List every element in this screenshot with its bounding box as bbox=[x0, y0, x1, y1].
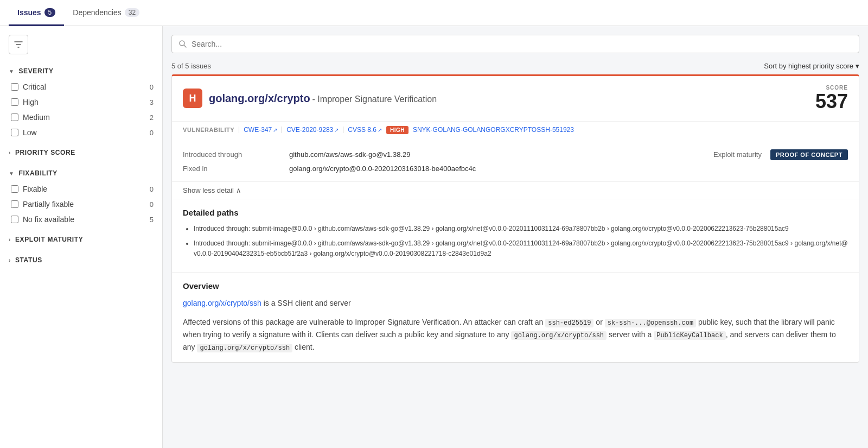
show-detail-button[interactable]: Show less detail ∧ bbox=[183, 186, 848, 194]
cvss-external-icon: ↗ bbox=[378, 127, 382, 133]
show-detail-label: Show less detail bbox=[183, 186, 234, 194]
severity-chevron-icon: ▼ bbox=[9, 68, 15, 74]
partially-fixable-checkbox[interactable] bbox=[11, 200, 18, 208]
issue-score-area: SCORE 537 bbox=[815, 85, 848, 112]
tab-issues[interactable]: Issues 5 bbox=[9, 1, 64, 26]
tag-divider-2 bbox=[282, 127, 282, 133]
exploit-chevron-icon: › bbox=[9, 237, 11, 243]
medium-count: 2 bbox=[143, 113, 154, 122]
issue-package-name: golang.org/x/crypto bbox=[209, 92, 310, 104]
snyk-id-link[interactable]: SNYK-GOLANG-GOLANGORGXCRYPTOSSH-551923 bbox=[413, 126, 574, 134]
fixability-chevron-icon: ▼ bbox=[9, 171, 15, 176]
search-bar bbox=[171, 35, 859, 53]
issues-count: 5 of 5 issues bbox=[171, 62, 211, 70]
sidebar-item-medium: Medium 2 bbox=[9, 110, 154, 125]
show-detail-chevron-icon: ∧ bbox=[236, 186, 241, 194]
path-list: Introduced through: submit-image@0.0.0 ›… bbox=[183, 224, 848, 260]
fixed-in-key: Fixed in bbox=[183, 165, 280, 173]
sidebar-section-severity: ▼ Severity Critical 0 High 3 Medium 2 Lo… bbox=[0, 63, 162, 140]
fixability-section-label: Fixability bbox=[19, 169, 58, 177]
tab-dependencies[interactable]: Dependencies 32 bbox=[64, 1, 148, 26]
critical-count: 0 bbox=[143, 83, 154, 91]
priority-section-label: Priority Score bbox=[15, 149, 75, 156]
exploit-section-header[interactable]: › Exploit Maturity bbox=[9, 231, 154, 248]
overview-title: Overview bbox=[183, 281, 848, 291]
tag-divider-3 bbox=[343, 127, 343, 133]
overview-description: Affected versions of this package are vu… bbox=[183, 316, 848, 354]
svg-line-1 bbox=[184, 45, 186, 47]
no-fix-count: 5 bbox=[143, 216, 154, 224]
priority-section-header[interactable]: › Priority Score bbox=[9, 144, 154, 161]
code-sk-ssh: sk-ssh-...@openssh.com bbox=[605, 319, 696, 327]
partially-fixable-label: Partially fixable bbox=[23, 200, 138, 209]
status-section-header[interactable]: › Status bbox=[9, 252, 154, 268]
main-layout: ▼ Severity Critical 0 High 3 Medium 2 Lo… bbox=[0, 26, 868, 448]
issue-title-area: H golang.org/x/crypto - Improper Signatu… bbox=[183, 89, 815, 108]
fixable-checkbox[interactable] bbox=[11, 185, 18, 193]
cvss-link[interactable]: CVSS 8.6 ↗ bbox=[348, 126, 382, 134]
search-input[interactable] bbox=[192, 40, 852, 48]
no-fix-label: No fix available bbox=[23, 215, 138, 224]
crypto-ssh-link[interactable]: golang.org/x/crypto/ssh bbox=[183, 299, 261, 307]
medium-label: Medium bbox=[23, 113, 138, 122]
overview-link-line: golang.org/x/crypto/ssh is a SSH client … bbox=[183, 297, 848, 309]
filter-icon-button[interactable] bbox=[9, 35, 28, 54]
search-icon bbox=[178, 40, 187, 48]
issues-header: 5 of 5 issues Sort by highest priority s… bbox=[171, 62, 859, 70]
fixable-count: 0 bbox=[143, 185, 154, 193]
filter-icon bbox=[14, 40, 23, 49]
no-fix-checkbox[interactable] bbox=[11, 216, 18, 223]
sidebar-section-exploit: › Exploit Maturity bbox=[0, 231, 162, 248]
low-count: 0 bbox=[143, 129, 154, 137]
overview-desc1: Affected versions of this package are vu… bbox=[183, 318, 545, 326]
severity-section-label: Severity bbox=[19, 67, 54, 75]
issue-card-header: H golang.org/x/crypto - Improper Signatu… bbox=[172, 76, 859, 122]
sidebar-section-fixability: ▼ Fixability Fixable 0 Partially fixable… bbox=[0, 165, 162, 227]
overview-link-desc: is a SSH client and server bbox=[261, 299, 351, 307]
fixability-section-header[interactable]: ▼ Fixability bbox=[9, 165, 154, 181]
poc-badge: PROOF OF CONCEPT bbox=[770, 149, 848, 160]
tab-dependencies-label: Dependencies bbox=[73, 8, 122, 17]
introduced-through-key: Introduced through bbox=[183, 150, 280, 159]
overview-desc6: client. bbox=[292, 343, 314, 351]
sidebar-section-status: › Status bbox=[0, 252, 162, 268]
exploit-section-label: Exploit Maturity bbox=[15, 236, 83, 243]
detailed-paths-section: Detailed paths Introduced through: submi… bbox=[172, 199, 859, 273]
sort-chevron-icon: ▾ bbox=[856, 62, 859, 70]
issue-title-group: golang.org/x/crypto - Improper Signature… bbox=[209, 92, 437, 105]
fixable-label: Fixable bbox=[23, 185, 138, 193]
status-chevron-icon: › bbox=[9, 257, 11, 263]
critical-checkbox[interactable] bbox=[11, 83, 18, 91]
status-section-label: Status bbox=[15, 256, 42, 264]
overview-section: Overview golang.org/x/crypto/ssh is a SS… bbox=[172, 273, 859, 362]
detail-grid: Introduced through github.com/aws/aws-sd… bbox=[183, 149, 848, 173]
cve-link[interactable]: CVE-2020-9283 ↗ bbox=[286, 126, 339, 134]
score-value: 537 bbox=[815, 91, 848, 112]
sidebar-section-priority: › Priority Score bbox=[0, 144, 162, 161]
medium-checkbox[interactable] bbox=[11, 113, 18, 121]
high-label: High bbox=[23, 98, 138, 106]
severity-section-header[interactable]: ▼ Severity bbox=[9, 63, 154, 79]
vulnerability-tag-label: VULNERABILITY bbox=[183, 127, 234, 133]
issue-tags-row: VULNERABILITY CWE-347 ↗ CVE-2020-9283 ↗ … bbox=[172, 122, 859, 141]
list-item: Introduced through: submit-image@0.0.0 ›… bbox=[194, 224, 848, 234]
overview-desc4: server with a bbox=[607, 330, 654, 339]
sort-label: Sort by highest priority score bbox=[764, 62, 853, 70]
low-checkbox[interactable] bbox=[11, 129, 18, 136]
tab-dependencies-badge: 32 bbox=[125, 8, 139, 17]
content-area: 5 of 5 issues Sort by highest priority s… bbox=[163, 26, 868, 448]
sort-button[interactable]: Sort by highest priority score ▾ bbox=[764, 62, 859, 70]
issue-details: Introduced through github.com/aws/aws-sd… bbox=[172, 141, 859, 182]
issue-vuln-desc: - Improper Signature Verification bbox=[312, 94, 437, 104]
code-ssh-ed25519: ssh-ed25519 bbox=[545, 319, 593, 327]
high-checkbox[interactable] bbox=[11, 98, 18, 106]
sidebar-item-no-fix: No fix available 5 bbox=[9, 212, 154, 227]
list-item: Introduced through: submit-image@0.0.0 ›… bbox=[194, 238, 848, 259]
fixed-in-value: golang.org/x/crypto@0.0.0-20201203163018… bbox=[289, 165, 655, 173]
tab-issues-label: Issues bbox=[17, 8, 41, 17]
cwe-link[interactable]: CWE-347 ↗ bbox=[244, 126, 277, 134]
issue-card: H golang.org/x/crypto - Improper Signatu… bbox=[171, 74, 859, 363]
sidebar-item-critical: Critical 0 bbox=[9, 79, 154, 94]
high-count: 3 bbox=[143, 98, 154, 106]
tabs-bar: Issues 5 Dependencies 32 bbox=[0, 0, 868, 26]
